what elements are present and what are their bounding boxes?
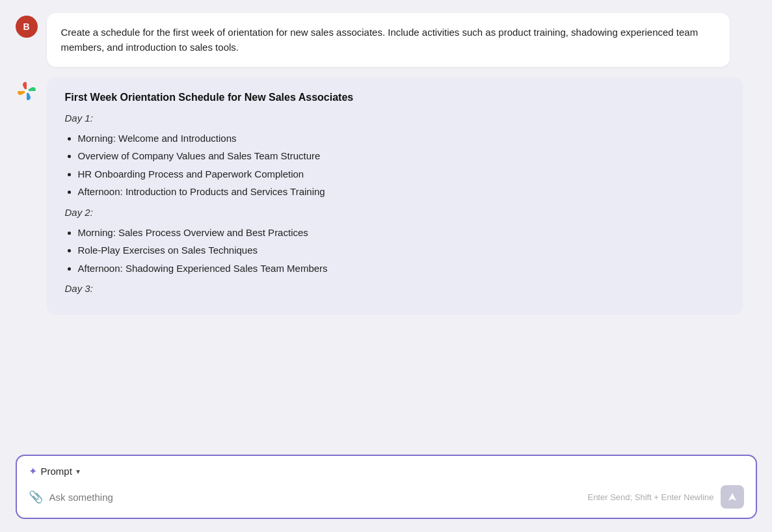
input-top-bar: ✦ Prompt ▾ [29, 465, 744, 477]
prompt-label: Prompt [41, 466, 72, 477]
ai-message: First Week Orientation Schedule for New … [16, 77, 757, 315]
input-bottom-bar: 📎 Enter Send; Shift + Enter Newline [29, 485, 744, 509]
day-2-label: Day 2: [65, 207, 725, 218]
avatar: B [16, 16, 38, 38]
day-1-list: Morning: Welcome and Introductions Overv… [65, 130, 725, 200]
list-item: Morning: Sales Process Overview and Best… [78, 224, 725, 241]
input-hint: Enter Send; Shift + Enter Newline [587, 492, 713, 502]
day-1-label: Day 1: [65, 113, 725, 124]
chat-container: B Create a schedule for the first week o… [16, 13, 757, 519]
ai-bubble: First Week Orientation Schedule for New … [47, 77, 743, 315]
attach-icon[interactable]: 📎 [29, 490, 43, 504]
list-item: Afternoon: Shadowing Experienced Sales T… [78, 260, 725, 277]
list-item: Role-Play Exercises on Sales Techniques [78, 242, 725, 259]
response-title: First Week Orientation Schedule for New … [65, 92, 725, 103]
user-bubble: Create a schedule for the first week of … [47, 13, 730, 67]
send-button[interactable] [721, 485, 744, 509]
user-message-text: Create a schedule for the first week of … [61, 25, 715, 55]
user-message: B Create a schedule for the first week o… [16, 13, 757, 67]
sparkle-icon: ✦ [29, 465, 37, 477]
prompt-dropdown-icon[interactable]: ▾ [76, 467, 80, 476]
list-item: HR Onboarding Process and Paperwork Comp… [78, 166, 725, 183]
list-item: Afternoon: Introduction to Products and … [78, 183, 725, 200]
input-area: ✦ Prompt ▾ 📎 Enter Send; Shift + Enter N… [16, 455, 757, 519]
day-2-list: Morning: Sales Process Overview and Best… [65, 224, 725, 277]
svg-point-0 [25, 89, 29, 93]
ask-input[interactable] [49, 492, 581, 503]
list-item: Overview of Company Values and Sales Tea… [78, 148, 725, 165]
ai-avatar [16, 80, 38, 102]
list-item: Morning: Welcome and Introductions [78, 130, 725, 147]
day-3-label: Day 3: [65, 283, 725, 294]
